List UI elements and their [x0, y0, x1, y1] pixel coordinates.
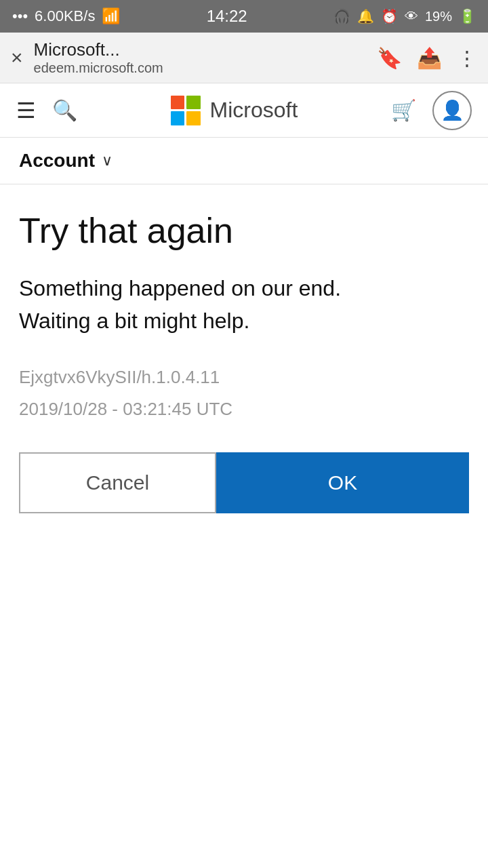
navigation-bar: ☰ 🔍 Microsoft 🛒 👤	[0, 83, 488, 138]
error-timestamp: 2019/10/28 - 03:21:45 UTC	[19, 393, 469, 425]
browser-actions: 🔖 📤 ⋮	[377, 46, 477, 70]
account-tab[interactable]: Account ∨	[0, 138, 488, 184]
ok-button[interactable]: OK	[216, 452, 469, 513]
account-tab-label: Account	[19, 150, 95, 172]
status-left: ••• 6.00KB/s 📶	[12, 7, 120, 25]
headphones-icon: 🎧	[333, 8, 350, 24]
main-content: Try that again Something happened on our…	[0, 184, 488, 554]
error-message: Something happened on our end. Waiting a…	[19, 272, 469, 337]
eye-icon: 👁	[405, 9, 418, 24]
error-code-value: Ejxgtvx6VkySII/h.1.0.4.11	[19, 361, 469, 393]
wifi-icon: 📶	[102, 7, 120, 25]
ms-logo-red	[171, 96, 185, 110]
chevron-down-icon: ∨	[102, 152, 113, 170]
bookmark-icon[interactable]: 🔖	[377, 46, 402, 70]
cart-icon[interactable]: 🛒	[391, 98, 416, 122]
account-avatar-button[interactable]: 👤	[432, 91, 472, 130]
data-speed: 6.00KB/s	[35, 7, 95, 25]
share-icon[interactable]: 📤	[417, 46, 442, 70]
ms-logo-yellow	[186, 111, 201, 125]
status-right: 🎧 🔔 ⏰ 👁 19% 🔋	[333, 8, 476, 24]
status-bar: ••• 6.00KB/s 📶 14:22 🎧 🔔 ⏰ 👁 19% 🔋	[0, 0, 488, 33]
browser-title-area: Microsoft... edeem.microsoft.com	[34, 39, 366, 76]
browser-url: edeem.microsoft.com	[34, 60, 366, 76]
browser-title: Microsoft...	[34, 39, 366, 60]
browser-close-button[interactable]: ×	[11, 47, 23, 68]
microsoft-logo: Microsoft	[94, 96, 375, 125]
action-buttons: Cancel OK	[19, 452, 469, 513]
browser-bar: × Microsoft... edeem.microsoft.com 🔖 📤 ⋮	[0, 33, 488, 83]
bell-icon: 🔔	[357, 8, 374, 24]
more-options-icon[interactable]: ⋮	[457, 46, 477, 70]
battery-level: 19%	[425, 9, 452, 24]
clock-icon: ⏰	[381, 8, 398, 24]
error-title: Try that again	[19, 212, 469, 250]
error-details: Ejxgtvx6VkySII/h.1.0.4.11 2019/10/28 - 0…	[19, 361, 469, 425]
status-time: 14:22	[207, 7, 247, 26]
ms-logo-green	[186, 96, 201, 110]
error-message-text: Something happened on our end. Waiting a…	[19, 276, 341, 333]
ms-logo-blue	[171, 111, 185, 125]
cancel-button[interactable]: Cancel	[19, 452, 216, 513]
battery-icon: 🔋	[459, 8, 476, 24]
ms-logo-grid	[171, 96, 201, 125]
user-icon: 👤	[441, 99, 464, 121]
signal-icon: •••	[12, 7, 28, 25]
ms-logo-text: Microsoft	[210, 98, 298, 123]
hamburger-menu-icon[interactable]: ☰	[16, 98, 36, 123]
search-icon[interactable]: 🔍	[52, 98, 77, 122]
